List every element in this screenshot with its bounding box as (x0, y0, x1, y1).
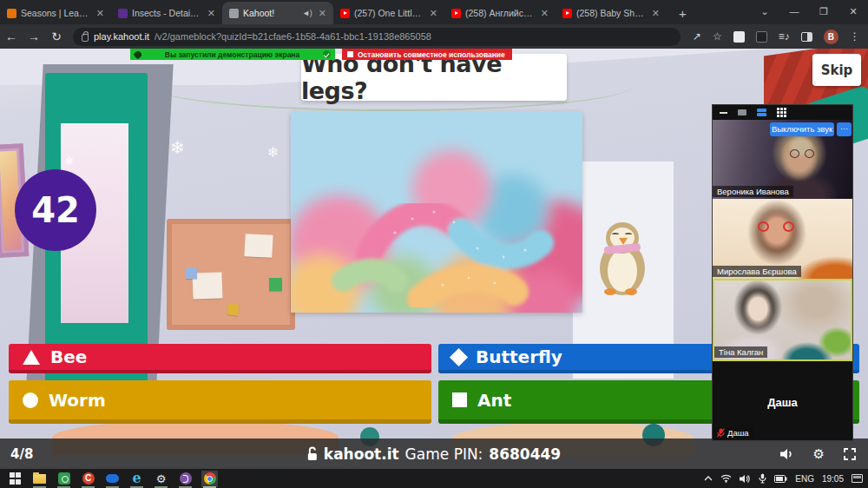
file-explorer-icon[interactable] (31, 471, 48, 487)
tab-insects[interactable]: Insects - Details - Kah ✕ (111, 2, 222, 24)
mail-app-icon[interactable] (104, 471, 121, 487)
address-bar[interactable]: play.kahoot.it /v2/gameblock?quizId=b21c… (73, 28, 681, 46)
participant-video-miroslava[interactable]: Мирослава Бєршова (713, 199, 852, 279)
close-icon[interactable]: ✕ (317, 8, 328, 19)
menu-dots-icon[interactable]: ⋮ (850, 30, 860, 43)
stop-share-button[interactable]: Остановить совместное использование (342, 49, 512, 60)
window-controls: ⌄ — ❐ ✕ (750, 0, 868, 23)
penguin-illustration (597, 222, 648, 297)
tab-seasons[interactable]: Seasons | LearnEnglish ✕ (0, 2, 111, 24)
more-options-button[interactable]: ··· (837, 122, 852, 136)
playlist-extension-icon[interactable]: ≡♪ (779, 30, 790, 43)
restore-button[interactable]: ❐ (809, 0, 838, 23)
tab-kahoot-active[interactable]: Kahoot! ◄) ✕ (222, 2, 333, 24)
zoom-participants-panel: Выключить звук ··· Вероника Иванова Миро… (712, 104, 853, 441)
back-icon[interactable]: ← (0, 30, 23, 43)
circle-icon (23, 392, 38, 408)
red-glasses-detail (783, 221, 794, 232)
ccleaner-icon[interactable]: C (80, 471, 96, 487)
notification-center-icon[interactable] (852, 474, 863, 483)
snowflake-icon: ❄ (267, 144, 279, 161)
taskbar-apps: C e ⚙ (0, 471, 218, 487)
mute-label: Выключить звук (772, 124, 832, 134)
extension-icon[interactable] (733, 31, 745, 43)
close-icon[interactable]: ✕ (95, 8, 106, 19)
participant-video-tina[interactable]: Тіна Калган (713, 279, 852, 361)
speaker-view-icon[interactable] (757, 109, 766, 116)
countdown-timer: 42 (15, 169, 96, 251)
new-tab-button[interactable]: + (674, 6, 692, 24)
browser-tab-strip: Seasons | LearnEnglish ✕ Insects - Detai… (0, 0, 868, 24)
chrome-icon[interactable] (201, 471, 218, 487)
battery-icon[interactable] (774, 475, 787, 483)
pin-label: Game PIN: (405, 445, 483, 463)
sidebar-icon[interactable] (801, 32, 812, 42)
close-icon[interactable]: ✕ (650, 8, 661, 19)
toolbar-icons: ↗ ☆ ≡♪ B ⋮ (693, 30, 860, 44)
share-icon[interactable]: ↗ (693, 30, 701, 43)
minimize-icon[interactable] (720, 112, 727, 114)
speaker-icon[interactable] (740, 474, 751, 484)
minimize-button[interactable]: — (779, 0, 809, 23)
url-host: play.kahoot.it (94, 31, 149, 42)
extension-icon[interactable] (756, 31, 767, 43)
stop-icon (347, 51, 353, 57)
timer-value: 42 (31, 190, 80, 230)
forward-icon[interactable]: → (23, 30, 45, 43)
participant-name: Вероника Иванова (713, 186, 793, 197)
profile-avatar[interactable]: B (824, 30, 838, 44)
microphone-icon[interactable] (759, 473, 766, 484)
lock-icon (82, 34, 89, 42)
participant-video-dasha-off[interactable]: Даша Даша (713, 361, 852, 440)
viber-icon[interactable] (177, 471, 194, 487)
phone-icon (133, 49, 142, 59)
pinned-note-yellow (227, 303, 240, 316)
bookmark-star-icon[interactable]: ☆ (713, 30, 722, 43)
tab-youtube-258-english[interactable]: (258) Английский язы ✕ (444, 2, 556, 24)
game-pin-bar: kahoot.it Game PIN: 8680449 (307, 445, 561, 463)
tray-expand-chevron-icon[interactable] (704, 476, 713, 481)
question-card: Who don't have legs? (301, 54, 567, 101)
question-progress: 4/8 (10, 446, 33, 462)
pinned-note-green (269, 278, 282, 291)
exit-minimized-view-icon[interactable] (738, 109, 746, 115)
wifi-icon[interactable] (720, 474, 732, 483)
start-button[interactable] (7, 471, 23, 487)
windows-logo-icon (10, 472, 22, 485)
settings-gear-icon[interactable]: ⚙ (153, 471, 169, 487)
mute-button[interactable]: Выключить звук (770, 122, 834, 136)
language-indicator[interactable]: ENG (795, 474, 814, 484)
square-icon (452, 392, 467, 407)
close-window-button[interactable]: ✕ (838, 0, 868, 23)
tab-search-icon[interactable]: ⌄ (750, 0, 779, 23)
reload-icon[interactable]: ↻ (45, 30, 68, 43)
site-favicon (118, 9, 128, 18)
answer-bee[interactable]: Bee (9, 344, 431, 373)
camera-app-icon[interactable] (56, 471, 72, 487)
close-icon[interactable]: ✕ (428, 8, 439, 19)
bulletin-board (167, 219, 295, 330)
gallery-view-grid-icon[interactable] (777, 108, 786, 117)
mic-muted-icon (717, 428, 725, 438)
answer-worm[interactable]: Worm (9, 380, 431, 424)
pinned-note-blue (186, 267, 197, 279)
tab-audio-icon[interactable]: ◄) (302, 9, 312, 17)
volume-icon[interactable] (780, 448, 794, 460)
stop-share-text: Остановить совместное использование (358, 50, 505, 59)
pin-value: 8680449 (489, 445, 561, 463)
skip-button[interactable]: Skip (812, 54, 861, 86)
settings-gear-icon[interactable]: ⚙ (813, 446, 825, 462)
snowflake-icon: ❄ (64, 155, 74, 168)
edge-browser-icon[interactable]: e (128, 471, 145, 487)
tab-youtube-babyshark[interactable]: (258) Baby Shark Dan ✕ (556, 2, 667, 24)
close-icon[interactable]: ✕ (539, 8, 550, 19)
clock[interactable]: 19:05 (822, 474, 844, 484)
diamond-icon (450, 347, 468, 366)
screenshare-text: Вы запустили демонстрацию экрана (165, 50, 299, 59)
question-image-gummy-worms (291, 111, 582, 313)
snowflake-icon: ❄ (170, 137, 185, 158)
close-icon[interactable]: ✕ (206, 8, 217, 19)
fullscreen-icon[interactable] (844, 448, 856, 460)
participant-name: Мирослава Бєршова (713, 266, 801, 277)
tab-youtube-257[interactable]: (257) One Little Finge ✕ (333, 2, 444, 24)
